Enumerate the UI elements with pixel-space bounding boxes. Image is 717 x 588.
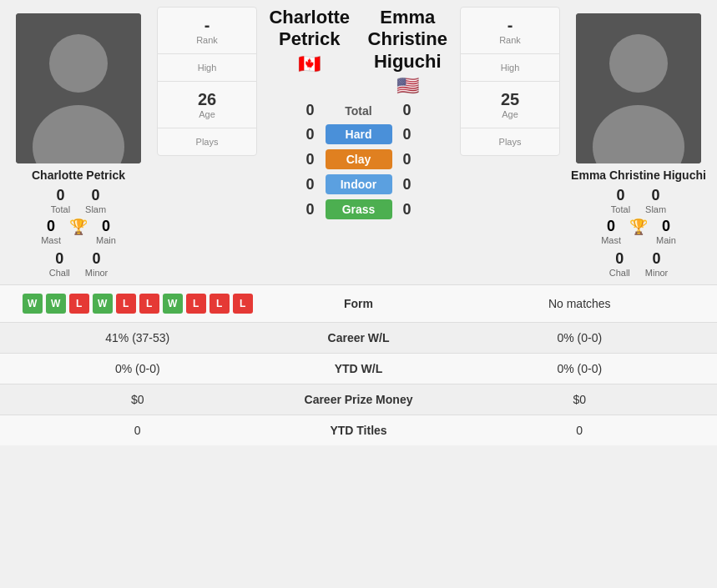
- grass-left: 0: [260, 201, 321, 219]
- player1-mid-card: - Rank High 26 Age Plays: [157, 7, 257, 156]
- clay-score-row: 0 Clay 0: [260, 149, 457, 169]
- player2-stats-top: 0 Total 0 Slam: [611, 187, 666, 214]
- player2-avatar: [576, 13, 701, 163]
- player1-mast-stat: 0 Mast: [41, 218, 61, 245]
- form-badge-w: W: [93, 294, 113, 314]
- form-badge-l: L: [210, 294, 230, 314]
- total-left: 0: [260, 102, 321, 119]
- center-col: CharlottePetrick 🇨🇦 Emma ChristineHiguch…: [260, 7, 457, 227]
- player2-trophy: 🏆: [629, 218, 648, 245]
- total-score-row: 0 Total 0: [260, 102, 457, 119]
- player1-stats-bot: 0 Chall 0 Minor: [49, 250, 109, 278]
- career-wl-label: Career W/L: [275, 323, 442, 353]
- player1-age-cell: 26 Age: [158, 82, 256, 128]
- hard-label: Hard: [321, 124, 396, 144]
- player2-card: Emma Christine Higuchi 0 Total 0 Slam 0 …: [563, 7, 714, 284]
- career-prize-left: $0: [0, 384, 275, 415]
- ytd-wl-row: 0% (0-0) YTD W/L 0% (0-0): [0, 353, 717, 384]
- player2-minor-stat: 0 Minor: [645, 250, 669, 278]
- hard-right: 0: [396, 126, 457, 143]
- ytd-wl-left: 0% (0-0): [0, 354, 275, 384]
- player1-trophy: 🏆: [69, 218, 88, 245]
- player1-plays-cell: Plays: [158, 128, 256, 155]
- form-badge-l: L: [233, 294, 253, 314]
- player1-name: Charlotte Petrick: [32, 168, 125, 182]
- player2-mid-card: - Rank High 25 Age Plays: [460, 7, 560, 156]
- player2-main-stat: 0 Main: [656, 218, 676, 245]
- indoor-badge: Indoor: [326, 174, 392, 194]
- center-top: CharlottePetrick 🇨🇦 Emma ChristineHiguch…: [260, 7, 457, 222]
- player1-chall-stat: 0 Chall: [49, 250, 70, 278]
- bottom-section: WWLWLLWLLL Form No matches 41% (37-53) C…: [0, 284, 717, 445]
- form-badge-w: W: [163, 294, 183, 314]
- indoor-score-row: 0 Indoor 0: [260, 174, 457, 194]
- form-badge-l: L: [139, 294, 159, 314]
- hard-left: 0: [260, 126, 321, 143]
- career-wl-left: 41% (37-53): [0, 323, 275, 353]
- player1-avatar: [16, 13, 141, 163]
- grass-right: 0: [396, 201, 457, 219]
- career-wl-row: 41% (37-53) Career W/L 0% (0-0): [0, 322, 717, 353]
- ytd-titles-right: 0: [442, 415, 718, 445]
- player1-minor-stat: 0 Minor: [85, 250, 109, 278]
- player1-title: CharlottePetrick: [260, 7, 359, 51]
- clay-label: Clay: [321, 149, 396, 169]
- player1-card: Charlotte Petrick 0 Total 0 Slam 0 Mast …: [3, 7, 154, 284]
- player2-title: Emma ChristineHiguchi: [359, 7, 457, 73]
- player2-mast-stat: 0 Mast: [601, 218, 621, 245]
- indoor-right: 0: [396, 176, 457, 193]
- player1-total-stat: 0 Total: [51, 187, 70, 214]
- form-badge-l: L: [116, 294, 136, 314]
- player2-high-cell: High: [461, 54, 559, 82]
- main-row: Charlotte Petrick 0 Total 0 Slam 0 Mast …: [0, 0, 717, 284]
- player1-flag: 🇨🇦: [260, 53, 359, 75]
- ytd-titles-row: 0 YTD Titles 0: [0, 415, 717, 445]
- player2-rank-cell: - Rank: [461, 8, 559, 54]
- player1-stats-top: 0 Total 0 Slam: [51, 187, 106, 214]
- app-container: Charlotte Petrick 0 Total 0 Slam 0 Mast …: [0, 0, 717, 445]
- player1-high-cell: High: [158, 54, 256, 82]
- player2-flag: 🇺🇸: [359, 75, 457, 97]
- indoor-left: 0: [260, 176, 321, 193]
- form-badge-l: L: [69, 294, 89, 314]
- ytd-titles-label: YTD Titles: [275, 415, 442, 445]
- form-badges: WWLWLLWLLL: [3, 294, 272, 314]
- form-badge-w: W: [23, 294, 43, 314]
- player2-stats-mid: 0 Mast 🏆 0 Main: [601, 218, 676, 245]
- career-prize-label: Career Prize Money: [275, 384, 442, 415]
- career-prize-row: $0 Career Prize Money $0: [0, 384, 717, 415]
- career-wl-right: 0% (0-0): [442, 323, 718, 353]
- player2-stats-bot: 0 Chall 0 Minor: [609, 250, 669, 278]
- grass-label: Grass: [321, 199, 396, 219]
- player1-main-stat: 0 Main: [96, 218, 116, 245]
- player1-stats-mid: 0 Mast 🏆 0 Main: [41, 218, 116, 245]
- ytd-wl-right: 0% (0-0): [442, 354, 718, 384]
- trophy-icon-player2: 🏆: [629, 218, 648, 236]
- hard-score-row: 0 Hard 0: [260, 124, 457, 144]
- player2-plays-cell: Plays: [461, 128, 559, 155]
- form-label: Form: [275, 289, 442, 319]
- svg-point-1: [49, 34, 108, 93]
- player2-name: Emma Christine Higuchi: [571, 168, 706, 182]
- player1-slam-stat: 0 Slam: [85, 187, 106, 214]
- form-right: No matches: [442, 289, 718, 319]
- total-label: Total: [321, 104, 396, 118]
- clay-right: 0: [396, 151, 457, 168]
- grass-score-row: 0 Grass 0: [260, 199, 457, 219]
- clay-left: 0: [260, 151, 321, 168]
- clay-badge: Clay: [326, 149, 392, 169]
- svg-point-4: [609, 34, 668, 93]
- trophy-icon-player1: 🏆: [69, 218, 88, 236]
- player2-chall-stat: 0 Chall: [609, 250, 630, 278]
- total-right: 0: [396, 102, 457, 119]
- form-left: WWLWLLWLLL: [0, 285, 275, 322]
- form-badge-w: W: [46, 294, 66, 314]
- hard-badge: Hard: [326, 124, 392, 144]
- player2-age-cell: 25 Age: [461, 82, 559, 128]
- career-prize-right: $0: [442, 384, 718, 415]
- grass-badge: Grass: [326, 199, 392, 219]
- ytd-titles-left: 0: [0, 415, 275, 445]
- player1-rank-cell: - Rank: [158, 8, 256, 54]
- form-badge-l: L: [186, 294, 206, 314]
- player2-total-stat: 0 Total: [611, 187, 630, 214]
